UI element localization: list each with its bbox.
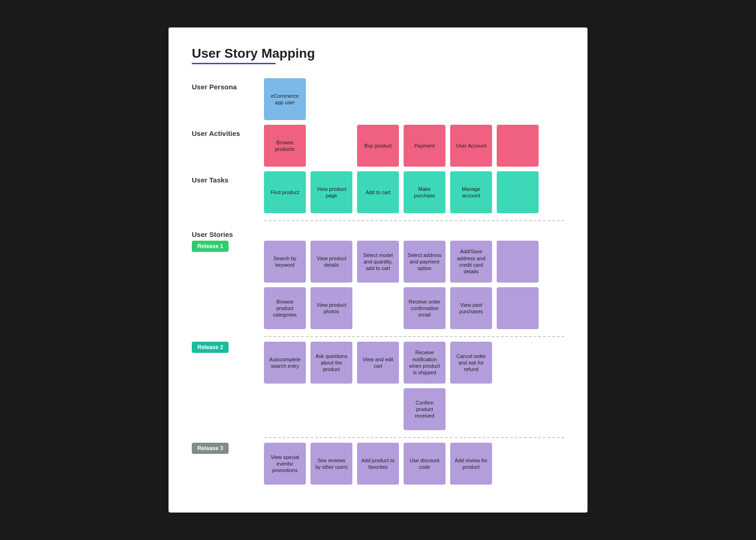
card-browse-products[interactable]: Browse products — [264, 125, 306, 167]
card-view-product-page[interactable]: View product page — [310, 171, 352, 213]
card-view-product-details[interactable]: View product details — [310, 241, 352, 283]
card-r1-row1-empty[interactable] — [497, 241, 539, 283]
release-1-cards: Search by keyword View product details S… — [264, 241, 564, 329]
release-1-badge[interactable]: Release 1 — [192, 241, 229, 252]
release-3-cards: View special events/ promotions See revi… — [264, 443, 564, 485]
card-special-events[interactable]: View special events/ promotions — [264, 443, 306, 485]
release-1-left: Release 1 — [192, 241, 264, 255]
divider-r2-r3 — [264, 437, 564, 438]
card-find-product[interactable]: Find product — [264, 171, 306, 213]
card-discount-code[interactable]: Use discount code — [404, 443, 446, 485]
release-2-badge[interactable]: Release 2 — [192, 342, 229, 353]
release-1-row-2: Browse product categories View product p… — [264, 287, 564, 329]
release-2-row-2: Confirm product received — [264, 388, 564, 430]
user-tasks-cards: Find product View product page Add to ca… — [264, 171, 564, 213]
release-1-row-1: Search by keyword View product details S… — [264, 241, 564, 283]
divider-r1-r2 — [264, 336, 564, 337]
release-3-left: Release 3 — [192, 443, 264, 457]
card-r1-row2-empty[interactable] — [497, 287, 539, 329]
card-activities-empty[interactable] — [497, 125, 539, 167]
card-view-photos[interactable]: View product photos — [310, 287, 352, 329]
card-payment[interactable]: Payment — [404, 125, 446, 167]
divider-tasks-stories — [264, 220, 564, 221]
user-persona-label: User Persona — [192, 78, 264, 91]
user-persona-section: User Persona eCommerce app user — [192, 78, 564, 120]
card-manage-account[interactable]: Manage account — [450, 171, 492, 213]
card-order-confirmation[interactable]: Receive order confirmation email — [404, 287, 446, 329]
release-2-cards: Autocomplete search entry Ask questions … — [264, 342, 564, 430]
release-2-left: Release 2 — [192, 342, 264, 356]
card-search-keyword[interactable]: Search by keyword — [264, 241, 306, 283]
card-view-edit-cart[interactable]: View and edit cart — [357, 342, 399, 384]
release-2-row-1: Autocomplete search entry Ask questions … — [264, 342, 564, 384]
card-ecommerce-user[interactable]: eCommerce app user — [264, 78, 306, 120]
card-add-save-address[interactable]: Add/Save address and credit card details — [450, 241, 492, 283]
card-cancel-order[interactable]: Cancel order and ask for refund — [450, 342, 492, 384]
release-3-row-1: View special events/ promotions See revi… — [264, 443, 564, 485]
user-activities-cards: Browse products Buy product Payment User… — [264, 125, 564, 167]
card-autocomplete[interactable]: Autocomplete search entry — [264, 342, 306, 384]
card-ask-questions[interactable]: Ask questions about the product — [310, 342, 352, 384]
user-tasks-label: User Tasks — [192, 171, 264, 184]
card-add-review[interactable]: Add review for product — [450, 443, 492, 485]
card-browse-categories[interactable]: Browse product categories — [264, 287, 306, 329]
release-2-container: Release 2 Autocomplete search entry Ask … — [192, 342, 564, 430]
release-3-badge[interactable]: Release 3 — [192, 443, 229, 454]
card-select-address-payment[interactable]: Select address and payment option — [404, 241, 446, 283]
card-see-reviews[interactable]: See reviews by other users — [310, 443, 352, 485]
user-activities-label: User Activities — [192, 125, 264, 137]
user-stories-header: User Stories — [192, 226, 564, 238]
board: User Story Mapping User Persona eCommerc… — [169, 27, 587, 513]
card-add-to-cart[interactable]: Add to cart — [357, 171, 399, 213]
card-make-purchase[interactable]: Make purchase — [404, 171, 446, 213]
card-past-purchases[interactable]: View past purchases — [450, 287, 492, 329]
user-persona-cards: eCommerce app user — [264, 78, 564, 120]
card-notification-shipped[interactable]: Receive notification when product is shi… — [404, 342, 446, 384]
user-tasks-section: User Tasks Find product View product pag… — [192, 171, 564, 213]
release-3-container: Release 3 View special events/ promotion… — [192, 443, 564, 485]
card-confirm-received[interactable]: Confirm product received — [404, 388, 446, 430]
card-buy-product[interactable]: Buy product — [357, 125, 399, 167]
card-select-model-qty[interactable]: Select model and quantity, add to cart — [357, 241, 399, 283]
title-underline — [192, 63, 276, 64]
card-tasks-empty[interactable] — [497, 171, 539, 213]
release-1-container: Release 1 Search by keyword View product… — [192, 241, 564, 329]
card-user-account[interactable]: User Account — [450, 125, 492, 167]
user-stories-label: User Stories — [192, 226, 264, 238]
page-title: User Story Mapping — [192, 46, 564, 61]
card-add-favorites[interactable]: Add product to favorites — [357, 443, 399, 485]
user-activities-section: User Activities Browse products Buy prod… — [192, 125, 564, 167]
